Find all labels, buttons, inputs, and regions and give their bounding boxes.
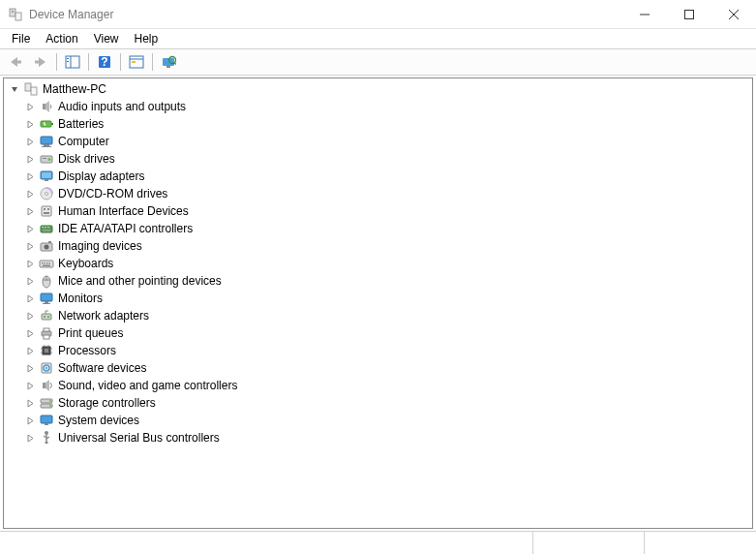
tree-node-label: Keyboards xyxy=(58,257,113,270)
menu-view[interactable]: View xyxy=(86,30,127,47)
tree-node[interactable]: Keyboards xyxy=(4,255,752,272)
tree-node-label: IDE ATA/ATAPI controllers xyxy=(58,222,193,235)
expander-icon[interactable] xyxy=(23,257,37,270)
expander-icon[interactable] xyxy=(23,292,37,305)
tree-node[interactable]: Audio inputs and outputs xyxy=(4,98,752,115)
cd-icon xyxy=(39,186,54,201)
tree-node-label: Human Interface Devices xyxy=(58,204,189,218)
expander-icon[interactable] xyxy=(23,326,37,340)
svg-rect-17 xyxy=(132,61,136,63)
menu-action[interactable]: Action xyxy=(38,30,85,47)
menu-help[interactable]: Help xyxy=(127,30,166,47)
expander-icon[interactable] xyxy=(23,169,37,183)
tree-node-label: Storage controllers xyxy=(58,396,156,410)
tree-node-label: Batteries xyxy=(58,117,104,131)
minimize-button[interactable] xyxy=(622,0,667,29)
tree-node[interactable]: Mice and other pointing devices xyxy=(4,272,752,290)
hid-icon xyxy=(39,203,54,219)
software-icon xyxy=(39,360,54,376)
tree-node[interactable]: Display adapters xyxy=(4,168,752,185)
svg-rect-11 xyxy=(67,58,69,59)
status-main xyxy=(0,532,533,554)
forward-button[interactable] xyxy=(29,51,52,73)
disk-icon xyxy=(39,151,54,167)
show-hide-tree-button[interactable] xyxy=(61,51,84,73)
expander-icon[interactable] xyxy=(23,309,37,323)
status-cell-1 xyxy=(533,532,645,554)
svg-line-21 xyxy=(174,63,176,65)
expander-icon[interactable] xyxy=(8,82,21,96)
expander-icon[interactable] xyxy=(23,274,37,288)
tree-node-label: Mice and other pointing devices xyxy=(58,274,222,288)
status-bar xyxy=(0,531,756,554)
svg-rect-4 xyxy=(685,10,694,18)
toolbar: ? xyxy=(0,48,756,76)
battery-icon xyxy=(39,116,54,132)
expander-icon[interactable] xyxy=(23,414,37,427)
tree-node[interactable]: Sound, video and game controllers xyxy=(4,377,752,394)
device-tree[interactable]: Matthew-PC Audio inputs and outputsBatte… xyxy=(3,77,753,529)
ide-icon xyxy=(39,221,54,236)
tree-node[interactable]: Network adapters xyxy=(4,307,752,324)
tree-root-node[interactable]: Matthew-PC xyxy=(4,80,752,98)
computer-icon xyxy=(39,134,54,149)
svg-rect-22 xyxy=(25,83,31,91)
toolbar-separator xyxy=(152,53,153,71)
tree-node-label: Software devices xyxy=(58,361,146,375)
svg-rect-1 xyxy=(15,13,21,20)
tree-node[interactable]: IDE ATA/ATAPI controllers xyxy=(4,220,752,237)
tree-node[interactable]: Storage controllers xyxy=(4,394,752,412)
tree-root-label: Matthew-PC xyxy=(43,82,106,96)
expander-icon[interactable] xyxy=(23,204,37,218)
expander-icon[interactable] xyxy=(23,222,37,235)
tree-node[interactable]: Disk drives xyxy=(4,150,752,168)
expander-icon[interactable] xyxy=(23,379,37,392)
status-cell-2 xyxy=(645,532,756,554)
tree-node[interactable]: Print queues xyxy=(4,324,752,342)
expander-icon[interactable] xyxy=(23,117,37,131)
title-bar: Device Manager xyxy=(0,0,756,29)
printer-icon xyxy=(39,325,54,341)
tree-node[interactable]: DVD/CD-ROM drives xyxy=(4,185,752,202)
toolbar-separator xyxy=(120,53,121,71)
expander-icon[interactable] xyxy=(23,431,37,445)
toolbar-separator xyxy=(88,53,89,71)
window-controls xyxy=(622,0,756,29)
back-button[interactable] xyxy=(4,51,27,73)
tree-node-label: Network adapters xyxy=(58,309,149,323)
close-button[interactable] xyxy=(711,0,756,29)
tree-node[interactable]: Software devices xyxy=(4,359,752,377)
svg-rect-19 xyxy=(166,66,170,68)
tree-node-label: Audio inputs and outputs xyxy=(58,100,186,113)
tree-node[interactable]: Human Interface Devices xyxy=(4,202,752,220)
tree-node-label: Processors xyxy=(58,344,116,357)
cpu-icon xyxy=(39,343,54,358)
menu-file[interactable]: File xyxy=(4,30,38,47)
expander-icon[interactable] xyxy=(23,344,37,357)
expander-icon[interactable] xyxy=(23,135,37,148)
tree-node-label: Disk drives xyxy=(58,152,115,166)
scan-hardware-button[interactable] xyxy=(157,51,180,73)
expander-icon[interactable] xyxy=(23,396,37,410)
usb-icon xyxy=(39,430,54,446)
tree-node[interactable]: Processors xyxy=(4,342,752,359)
sound-icon xyxy=(39,378,54,393)
expander-icon[interactable] xyxy=(23,187,37,200)
tree-node[interactable]: Monitors xyxy=(4,290,752,307)
svg-text:?: ? xyxy=(101,55,107,69)
tree-node-label: Computer xyxy=(58,135,109,148)
tree-node[interactable]: Batteries xyxy=(4,115,752,133)
tree-node[interactable]: System devices xyxy=(4,412,752,429)
window-title: Device Manager xyxy=(29,8,622,21)
tree-node[interactable]: Imaging devices xyxy=(4,237,752,255)
maximize-button[interactable] xyxy=(667,0,711,29)
properties-button[interactable] xyxy=(125,51,148,73)
expander-icon[interactable] xyxy=(23,152,37,166)
help-button[interactable]: ? xyxy=(93,51,116,73)
expander-icon[interactable] xyxy=(23,239,37,253)
tree-node[interactable]: Universal Serial Bus controllers xyxy=(4,429,752,446)
tree-node[interactable]: Computer xyxy=(4,133,752,150)
expander-icon[interactable] xyxy=(23,361,37,375)
svg-rect-23 xyxy=(31,87,37,95)
expander-icon[interactable] xyxy=(23,100,37,113)
